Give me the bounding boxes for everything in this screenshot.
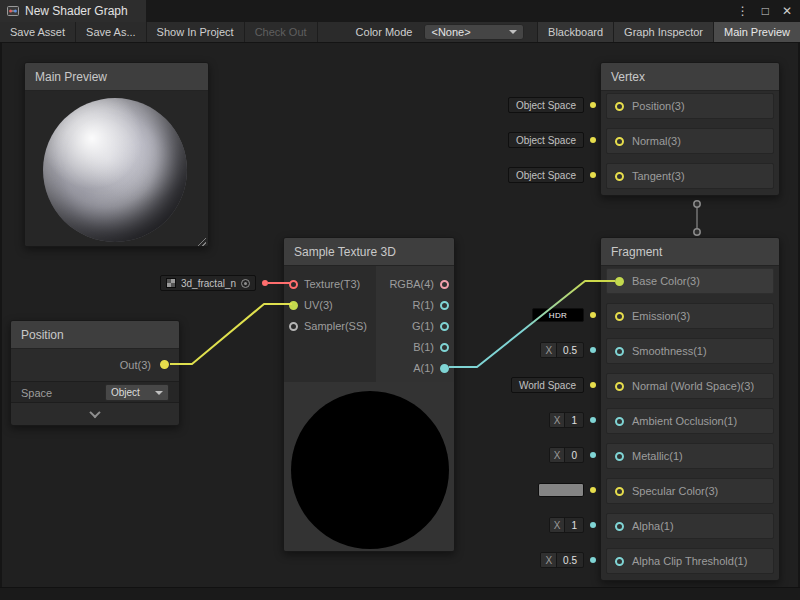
output-a: A(1) <box>413 359 449 377</box>
color-mode-dropdown[interactable]: <None> <box>424 24 524 40</box>
smoothness-input-port[interactable] <box>615 347 624 356</box>
alpha-float-field[interactable]: X 1 <box>549 517 584 533</box>
metallic-float-field[interactable]: X 0 <box>549 447 584 463</box>
texture-asset-name: 3d_fractal_n <box>181 278 236 289</box>
alpha-clip-threshold-input-port[interactable] <box>615 557 624 566</box>
position-node-title: Position <box>11 321 179 349</box>
vertex-node[interactable]: Vertex Position(3) Normal(3) Tangent(3) <box>600 62 780 196</box>
smoothness-float-field[interactable]: X 0.5 <box>540 342 584 358</box>
specular-color-swatch[interactable] <box>538 483 584 497</box>
space-dropdown[interactable]: Object <box>105 384 169 401</box>
vertex-row-normal[interactable]: Normal(3) <box>606 128 774 154</box>
more-options-icon[interactable]: ⋮ <box>737 5 749 17</box>
maximize-icon[interactable]: □ <box>762 5 769 17</box>
vertex-row-tangent[interactable]: Tangent(3) <box>606 163 774 189</box>
main-preview-panel[interactable]: Main Preview <box>24 62 209 247</box>
fragment-row-metallic[interactable]: Metallic(1) <box>606 443 774 469</box>
texture-object-field[interactable]: 3d_fractal_n <box>160 275 256 291</box>
metallic-input-port[interactable] <box>615 452 624 461</box>
ambient-occlusion-input-port[interactable] <box>615 417 624 426</box>
position-out-port[interactable] <box>160 360 169 369</box>
tangent-space-dropdown[interactable]: Object Space <box>508 167 584 183</box>
object-picker-icon[interactable] <box>241 279 250 288</box>
position-space-dropdown[interactable]: Object Space <box>508 97 584 113</box>
texture-input-port[interactable] <box>289 280 298 289</box>
float-field-axis-label: X <box>550 448 566 462</box>
fragment-row-smoothness[interactable]: Smoothness(1) <box>606 338 774 364</box>
fragment-row-ambient-occlusion[interactable]: Ambient Occlusion(1) <box>606 408 774 434</box>
float-field-value[interactable]: 0 <box>565 448 583 462</box>
uv-input-port[interactable] <box>289 301 298 310</box>
row-label: Base Color(3) <box>632 275 700 287</box>
node-collapse-toggle[interactable] <box>11 402 179 425</box>
tab-new-shader-graph[interactable]: New Shader Graph <box>0 0 146 22</box>
graph-canvas[interactable]: Main Preview Vertex Position(3) Normal(3… <box>0 43 800 600</box>
port-connector-dot <box>590 102 596 108</box>
texture-thumbnail-icon <box>166 278 176 288</box>
emission-color-swatch[interactable]: HDR <box>532 308 584 322</box>
normal-world-space-input-port[interactable] <box>615 382 624 391</box>
space-label: Space <box>21 387 52 399</box>
resize-handle[interactable] <box>196 236 206 246</box>
r-output-port[interactable] <box>440 301 449 310</box>
float-field-value[interactable]: 0.5 <box>557 343 583 357</box>
base-color-input-port[interactable] <box>615 277 624 286</box>
port-label: Texture(T3) <box>304 278 360 290</box>
fragment-row-normal-world-space[interactable]: Normal (World Space)(3) <box>606 373 774 399</box>
fragment-row-alpha-clip-threshold[interactable]: Alpha Clip Threshold(1) <box>606 548 774 574</box>
g-output-port[interactable] <box>440 322 449 331</box>
emission-input-port[interactable] <box>615 312 624 321</box>
check-out-button[interactable]: Check Out <box>245 22 318 42</box>
ambient-occlusion-float-field[interactable]: X 1 <box>549 412 584 428</box>
fragment-node[interactable]: Fragment Base Color(3) Emission(3) Smoot… <box>600 237 780 581</box>
fragment-row-alpha[interactable]: Alpha(1) <box>606 513 774 539</box>
b-output-port[interactable] <box>440 343 449 352</box>
float-field-value[interactable]: 0.5 <box>557 553 583 567</box>
shader-graph-icon <box>7 5 19 17</box>
graph-inspector-toggle-button[interactable]: Graph Inspector <box>613 22 713 42</box>
port-connector-dot <box>590 312 596 318</box>
wire-position-out-to-uv[interactable] <box>170 304 292 364</box>
alpha-clip-threshold-float-field[interactable]: X 0.5 <box>540 552 584 568</box>
port-connector-dot <box>590 347 596 353</box>
position-input-port[interactable] <box>615 102 624 111</box>
a-output-port[interactable] <box>440 364 449 373</box>
float-field-axis-label: X <box>541 553 557 567</box>
save-asset-button[interactable]: Save Asset <box>0 22 76 42</box>
fragment-row-base-color[interactable]: Base Color(3) <box>606 268 774 294</box>
main-preview-toggle-button[interactable]: Main Preview <box>713 22 800 42</box>
tab-title: New Shader Graph <box>25 4 128 18</box>
blackboard-toggle-button[interactable]: Blackboard <box>537 22 613 42</box>
position-node[interactable]: Position Out(3) Space Object <box>10 320 180 426</box>
close-icon[interactable]: ✕ <box>782 5 792 17</box>
toolbar: Save Asset Save As... Show In Project Ch… <box>0 22 800 43</box>
vertex-row-position[interactable]: Position(3) <box>606 93 774 119</box>
float-field-value[interactable]: 1 <box>565 518 583 532</box>
float-field-value[interactable]: 1 <box>565 413 583 427</box>
sample-texture-3d-node[interactable]: Sample Texture 3D Texture(T3) UV(3) Samp… <box>283 237 455 552</box>
space-value: Object <box>111 387 140 398</box>
metallic-value-widget: X 0 <box>549 447 596 463</box>
normal-space-widget: Object Space <box>508 132 596 148</box>
toolbar-spacer <box>318 22 350 42</box>
normal-space-dropdown[interactable]: Object Space <box>508 132 584 148</box>
window-edge <box>0 43 2 600</box>
normal-input-port[interactable] <box>615 137 624 146</box>
fragment-row-emission[interactable]: Emission(3) <box>606 303 774 329</box>
save-as-button[interactable]: Save As... <box>76 22 147 42</box>
world-space-dropdown[interactable]: World Space <box>511 377 584 393</box>
color-mode-label: Color Mode <box>350 22 419 42</box>
output-g: G(1) <box>412 317 449 335</box>
specular-color-input-port[interactable] <box>615 487 624 496</box>
tangent-input-port[interactable] <box>615 172 624 181</box>
alpha-input-port[interactable] <box>615 522 624 531</box>
port-connector-dot <box>262 280 268 286</box>
node-preview-sphere <box>291 391 449 549</box>
position-space-row: Space Object <box>11 381 179 403</box>
main-preview-body <box>25 91 208 247</box>
fragment-row-specular-color[interactable]: Specular Color(3) <box>606 478 774 504</box>
sampler-input-port[interactable] <box>289 322 298 331</box>
input-sampler: Sampler(SS) <box>289 317 367 335</box>
show-in-project-button[interactable]: Show In Project <box>147 22 245 42</box>
rgba-output-port[interactable] <box>440 280 449 289</box>
